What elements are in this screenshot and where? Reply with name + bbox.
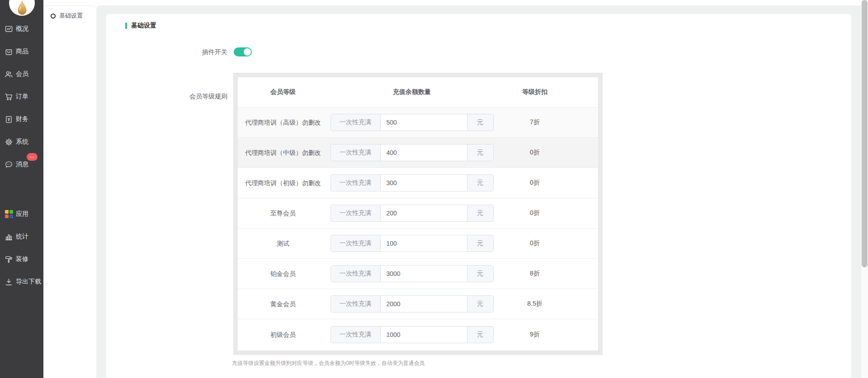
submenu-item-label: 基础设置 <box>59 12 83 20</box>
input-prefix-label: 一次性充满 <box>331 327 381 343</box>
level-rules-label: 会员等级规则 <box>106 92 227 101</box>
goods-icon <box>5 47 13 56</box>
header-recharge-amount: 充值余额数量 <box>328 88 495 96</box>
recharge-amount-input[interactable] <box>381 205 467 221</box>
input-suffix-label: 元 <box>467 296 493 312</box>
level-rules-table: 会员等级 充值余额数量 等级折扣 代理商培训（高级）勿删改 一次性充满 元 7折… <box>238 77 598 350</box>
sidebar-item-message[interactable]: 消息 ... <box>0 153 43 176</box>
input-prefix-label: 一次性充满 <box>331 145 381 161</box>
sidebar-item-label: 应用 <box>16 210 28 218</box>
input-prefix-label: 一次性充满 <box>331 205 381 221</box>
finance-icon <box>5 115 13 124</box>
table-row: 至尊会员 一次性充满 元 0折 <box>238 198 598 229</box>
recharge-amount-input[interactable] <box>381 296 467 312</box>
input-suffix-label: 元 <box>467 327 493 343</box>
settings-card: 基础设置 插件开关 会员等级规则 会员等级 充值余额数量 等级折扣 代理商培训（… <box>106 14 851 378</box>
table-row: 铂金会员 一次性充满 元 8折 <box>238 259 598 289</box>
input-suffix-label: 元 <box>467 114 493 131</box>
recharge-amount-input-group: 一次性充满 元 <box>330 205 494 222</box>
level-discount-value: 0折 <box>530 179 540 187</box>
page-title: 基础设置 <box>131 22 156 30</box>
recharge-amount-input[interactable] <box>381 145 467 161</box>
table-row: 代理商培训（中级）勿删改 一次性充满 元 0折 <box>238 138 598 168</box>
input-suffix-label: 元 <box>467 205 493 221</box>
unread-badge: ... <box>27 153 38 161</box>
primary-sidebar: 概况 商品 会员 订单 财务 系统 消息 ... 应用 统计 装修 导出下载 <box>0 0 43 378</box>
sidebar-item-label: 装修 <box>16 255 28 263</box>
table-body: 代理商培训（高级）勿删改 一次性充满 元 7折 代理商培训（中级）勿删改 一次性… <box>238 107 598 350</box>
message-icon <box>5 160 13 169</box>
level-discount-value: 8.5折 <box>527 300 542 308</box>
sidebar-item-member[interactable]: 会员 <box>0 63 43 85</box>
table-row: 测试 一次性充满 元 0折 <box>238 229 598 259</box>
input-prefix-label: 一次性充满 <box>331 235 381 252</box>
input-prefix-label: 一次性充满 <box>331 296 381 312</box>
level-discount-value: 7折 <box>530 118 540 126</box>
table-footnote: 充值等级设置金额升级到对应等级，会员余额为0时等级失效，自动变为普通会员 <box>232 359 425 367</box>
section-header: 基础设置 <box>125 22 156 30</box>
recharge-amount-input[interactable] <box>381 235 467 252</box>
recharge-amount-input[interactable] <box>381 266 467 282</box>
sidebar-item-stats[interactable]: 统计 <box>0 225 43 248</box>
brand-logo[interactable] <box>9 0 35 16</box>
input-prefix-label: 一次性充满 <box>331 266 381 282</box>
sidebar-item-label: 会员 <box>16 70 28 78</box>
member-level-name: 测试 <box>243 239 323 248</box>
member-level-name: 铂金会员 <box>243 269 323 278</box>
submenu-item-basic-settings[interactable]: 基础设置 <box>43 6 96 26</box>
sidebar-item-finance[interactable]: 财务 <box>0 108 43 131</box>
table-row: 黄金会员 一次性充满 元 8.5折 <box>238 289 598 319</box>
system-icon <box>5 138 13 146</box>
sidebar-item-label: 统计 <box>16 233 28 241</box>
member-level-name: 代理商培训（中级）勿删改 <box>243 148 323 157</box>
vertical-scrollbar[interactable] <box>861 0 868 378</box>
sidebar-item-order[interactable]: 订单 <box>0 85 43 108</box>
level-discount-value: 9折 <box>530 331 540 339</box>
level-discount-value: 0折 <box>530 149 540 157</box>
table-row: 代理商培训（初级）勿删改 一次性充满 元 0折 <box>238 168 598 198</box>
recharge-amount-input[interactable] <box>381 175 467 191</box>
toggle-knob <box>244 48 251 56</box>
input-suffix-label: 元 <box>467 235 493 252</box>
input-suffix-label: 元 <box>467 266 493 282</box>
member-level-name: 代理商培训（初级）勿删改 <box>243 178 323 187</box>
sidebar-item-export[interactable]: 导出下载 <box>0 271 43 293</box>
level-discount-value: 8折 <box>530 270 540 278</box>
recharge-amount-input-group: 一次性充满 元 <box>330 144 494 161</box>
accent-bar <box>125 23 127 29</box>
order-icon <box>5 93 13 101</box>
sidebar-item-decorate[interactable]: 装修 <box>0 248 43 271</box>
table-header-row: 会员等级 充值余额数量 等级折扣 <box>238 77 598 107</box>
recharge-amount-input[interactable] <box>381 327 467 343</box>
level-discount-value: 0折 <box>530 239 540 247</box>
sidebar-item-goods[interactable]: 商品 <box>0 40 43 63</box>
recharge-amount-input-group: 一次性充满 元 <box>330 295 494 313</box>
member-level-name: 至尊会员 <box>243 209 323 218</box>
member-level-name: 黄金会员 <box>243 299 323 308</box>
secondary-sidebar: 基础设置 <box>43 5 96 378</box>
input-prefix-label: 一次性充满 <box>331 175 381 191</box>
recharge-amount-input-group: 一次性充满 元 <box>330 235 494 252</box>
recharge-amount-input[interactable] <box>381 114 467 131</box>
export-icon <box>5 278 13 286</box>
brand-drop-logo <box>16 0 28 16</box>
sidebar-item-system[interactable]: 系统 <box>0 131 43 153</box>
input-suffix-label: 元 <box>467 175 493 191</box>
apps-icon <box>5 210 13 219</box>
recharge-amount-input-group: 一次性充满 元 <box>330 114 494 131</box>
recharge-amount-input-group: 一次性充满 元 <box>330 265 494 282</box>
member-level-name: 初级会员 <box>243 330 323 339</box>
radio-circle-icon <box>51 14 56 19</box>
input-prefix-label: 一次性充满 <box>331 114 381 131</box>
scrollbar-thumb[interactable] <box>862 0 868 267</box>
stats-icon <box>5 233 13 241</box>
input-suffix-label: 元 <box>467 145 493 161</box>
plugin-switch-toggle[interactable] <box>234 47 252 56</box>
sidebar-item-label: 概况 <box>16 25 28 33</box>
sidebar-item-label: 系统 <box>16 138 28 146</box>
sidebar-item-label: 商品 <box>16 47 28 56</box>
sidebar-item-apps[interactable]: 应用 <box>0 203 43 225</box>
sidebar-menu-bottom: 应用 统计 装修 导出下载 <box>0 203 43 293</box>
recharge-amount-input-group: 一次性充满 元 <box>330 174 494 191</box>
sidebar-item-dashboard[interactable]: 概况 <box>0 18 43 40</box>
